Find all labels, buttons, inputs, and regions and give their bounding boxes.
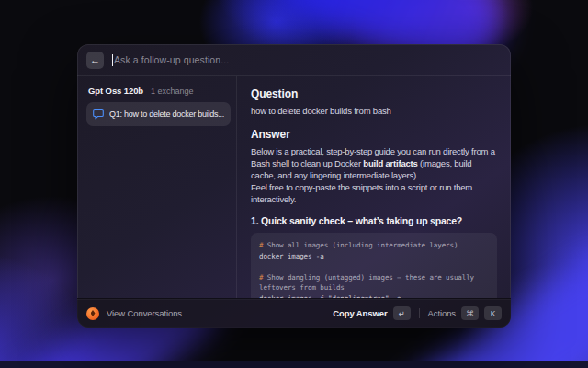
sidebar-item-label: Q1: how to delete docker builds... bbox=[109, 109, 224, 119]
ai-chat-window: ← Ask a follow-up question... Gpt Oss 12… bbox=[77, 44, 511, 328]
action-bar: View Conversations Copy Answer ↵ Actions… bbox=[77, 298, 511, 328]
divider bbox=[419, 308, 420, 318]
comment-text: leftovers from builds bbox=[259, 283, 345, 292]
comment-text: Show dangling (untagged) images – these … bbox=[263, 273, 474, 282]
code-line: # Show all images (including intermediat… bbox=[259, 240, 489, 251]
exchange-count: 1 exchange bbox=[151, 86, 194, 96]
actions-button[interactable]: Actions bbox=[428, 308, 456, 318]
back-arrow-icon: ← bbox=[90, 55, 100, 65]
followup-input-placeholder: Ask a follow-up question... bbox=[114, 54, 229, 65]
window-body: Gpt Oss 120b 1 exchange Q1: how to delet… bbox=[77, 76, 511, 298]
model-name: Gpt Oss 120b bbox=[88, 86, 143, 96]
code-line: docker images -a bbox=[259, 251, 489, 262]
raycast-orange-icon bbox=[86, 307, 99, 320]
question-heading: Question bbox=[251, 87, 497, 100]
action-bar-right: Copy Answer ↵ Actions ⌘ K bbox=[333, 306, 502, 320]
code-block[interactable]: # Show all images (including intermediat… bbox=[251, 233, 497, 298]
wallpaper-bottom-strip bbox=[0, 361, 588, 368]
answer-text-3: Feel free to copy-paste the snippets int… bbox=[251, 182, 472, 204]
sidebar-item-q1[interactable]: Q1: how to delete docker builds... bbox=[86, 102, 231, 126]
followup-input-bar: ← Ask a follow-up question... bbox=[77, 44, 511, 76]
view-conversations-label[interactable]: View Conversations bbox=[107, 308, 182, 318]
question-text: how to delete docker builds from bash bbox=[251, 105, 497, 117]
back-button[interactable]: ← bbox=[86, 52, 104, 69]
copy-answer-button[interactable]: Copy Answer bbox=[333, 308, 387, 318]
comment-text: Show all images (including intermediate … bbox=[263, 241, 458, 249]
code-line: leftovers from builds bbox=[259, 282, 489, 293]
chat-bubble-icon bbox=[93, 109, 104, 120]
return-keycap: ↵ bbox=[393, 306, 411, 320]
answer-heading: Answer bbox=[251, 128, 497, 141]
sidebar-header: Gpt Oss 120b 1 exchange bbox=[86, 84, 231, 102]
k-keycap: K bbox=[484, 306, 502, 320]
answer-paragraph: Below is a practical, step-by-step guide… bbox=[251, 145, 497, 205]
text-cursor bbox=[112, 54, 113, 66]
code-blank-line bbox=[259, 261, 489, 272]
conversation-sidebar: Gpt Oss 120b 1 exchange Q1: how to delet… bbox=[77, 76, 237, 298]
answer-text-bold: build artifacts bbox=[363, 158, 417, 168]
cmd-keycap: ⌘ bbox=[461, 306, 479, 320]
diamond-glyph bbox=[91, 310, 96, 316]
section-heading: 1. Quick sanity check – what’s taking up… bbox=[251, 215, 497, 226]
followup-input[interactable]: Ask a follow-up question... bbox=[112, 54, 502, 66]
code-line: # Show dangling (untagged) images – thes… bbox=[259, 272, 489, 283]
command-text: docker images -a bbox=[259, 252, 324, 260]
answer-pane[interactable]: Question how to delete docker builds fro… bbox=[237, 76, 511, 298]
